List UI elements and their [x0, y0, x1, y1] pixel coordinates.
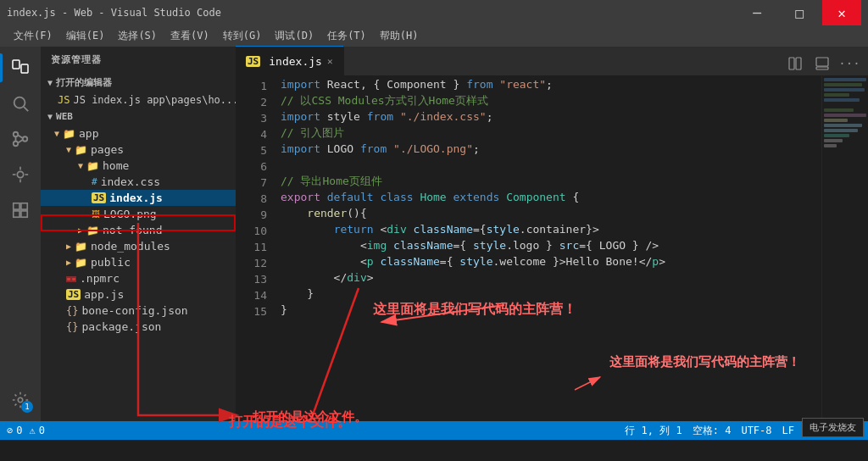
editor-area: JS index.js ✕ ··· 12345 678910 — [236, 47, 868, 421]
titlebar: index.js - Web - Visual Studio Code ─ □ … — [0, 0, 868, 25]
status-bar: ⊘ 0 ⚠ 0 行 1, 列 1 空格: 4 UTF-8 LF 电子发烧友 — [0, 421, 868, 440]
minimize-button[interactable]: ─ — [737, 0, 776, 25]
activity-extensions[interactable] — [6, 196, 35, 225]
tree-item-app[interactable]: ▼ 📁 app — [41, 125, 236, 142]
tree-item-index-js[interactable]: JS index.js — [41, 190, 236, 206]
line-ending[interactable]: LF — [782, 425, 794, 436]
activity-explorer[interactable] — [6, 53, 35, 82]
menu-edit[interactable]: 编辑(E) — [59, 27, 112, 45]
status-right: 行 1, 列 1 空格: 4 UTF-8 LF 电子发烧友 — [625, 424, 861, 438]
titlebar-left: index.js - Web - Visual Studio Code — [7, 7, 221, 19]
js-file-icon: JS — [58, 94, 70, 106]
maximize-button[interactable]: □ — [780, 0, 819, 25]
sidebar-title: 资源管理器 — [41, 47, 236, 73]
code-line-15: } — [281, 302, 821, 318]
tree-item-packagejson[interactable]: {} package.json — [41, 319, 236, 335]
status-left: ⊘ 0 ⚠ 0 — [7, 425, 45, 436]
split-editor-button[interactable] — [783, 52, 807, 75]
svg-rect-34 — [824, 134, 849, 137]
activity-search[interactable] — [6, 89, 35, 118]
svg-rect-25 — [824, 83, 862, 86]
toggle-panel-button[interactable] — [810, 52, 834, 75]
folder-arrow-nodemodules: ▶ — [66, 242, 71, 251]
svg-rect-18 — [21, 211, 27, 217]
open-editors-header[interactable]: ▼ 打开的编辑器 — [41, 73, 236, 92]
json-icon-package: {} — [66, 321, 78, 333]
minimap — [821, 76, 868, 421]
cursor-position[interactable]: 行 1, 列 1 — [625, 424, 682, 438]
window-controls: ─ □ ✕ — [737, 0, 861, 25]
folder-icon-notfound: 📁 — [86, 225, 99, 236]
menu-view[interactable]: 查看(V) — [164, 27, 216, 45]
code-line-7: // 导出Home页组件 — [281, 173, 821, 189]
svg-point-4 — [14, 132, 19, 137]
code-line-14: } — [281, 286, 821, 302]
menu-help[interactable]: 帮助(H) — [373, 27, 426, 45]
js-icon-indexjs: JS — [92, 192, 106, 203]
tab-close-button[interactable]: ✕ — [327, 56, 333, 67]
svg-rect-22 — [816, 58, 828, 66]
svg-rect-35 — [824, 139, 843, 142]
tree-item-boneconfig[interactable]: {} bone-config.json — [41, 303, 236, 319]
tree-item-index-css[interactable]: # index.css — [41, 174, 236, 190]
tree-item-pages[interactable]: ▼ 📁 pages — [41, 142, 236, 158]
close-button[interactable]: ✕ — [822, 0, 861, 25]
svg-rect-16 — [21, 203, 27, 209]
activity-bar: 1 — [0, 47, 41, 421]
code-editor[interactable]: import React, { Component } from "react"… — [274, 76, 821, 421]
code-line-1: import React, { Component } from "react"… — [281, 76, 821, 92]
svg-rect-20 — [789, 58, 794, 69]
open-editor-file[interactable]: JS JS index.js app\pages\ho... — [41, 92, 236, 108]
tree-item-public[interactable]: ▶ 📁 public — [41, 254, 236, 270]
indentation[interactable]: 空格: 4 — [693, 424, 732, 438]
activity-settings[interactable]: 1 — [6, 386, 35, 414]
activity-scm[interactable] — [6, 125, 35, 153]
svg-rect-29 — [824, 108, 854, 112]
svg-rect-28 — [824, 98, 860, 102]
code-line-5: import LOGO from "./LOGO.png"; — [281, 141, 821, 157]
tree-item-logo[interactable]: 🖼 LOGO.png — [41, 206, 236, 222]
folder-icon-public: 📁 — [75, 257, 87, 269]
svg-rect-27 — [824, 93, 849, 97]
folder-arrow-public: ▶ — [66, 258, 71, 267]
npm-file-icon: ▣▣ — [66, 274, 76, 283]
menu-goto[interactable]: 转到(G) — [216, 27, 269, 45]
code-line-4: // 引入图片 — [281, 125, 821, 141]
menu-file[interactable]: 文件(F) — [7, 27, 59, 45]
svg-rect-0 — [13, 60, 19, 69]
menu-debug[interactable]: 调试(D) — [268, 27, 320, 45]
tab-indexjs[interactable]: JS index.js ✕ — [236, 46, 344, 75]
tree-item-home[interactable]: ▼ 📁 home — [41, 158, 236, 174]
tree-item-appjs[interactable]: JS app.js — [41, 286, 236, 303]
tree-item-npmrc[interactable]: ▣▣ .npmrc — [41, 270, 236, 286]
status-errors[interactable]: ⊘ 0 ⚠ 0 — [7, 425, 45, 436]
svg-point-6 — [23, 136, 28, 142]
more-actions-button[interactable]: ··· — [837, 52, 861, 75]
language-mode[interactable]: 电子发烧友 — [804, 425, 861, 437]
tree-item-not-found[interactable]: ▶ 📁 not-found — [41, 222, 236, 238]
tab-js-icon: JS — [246, 56, 260, 67]
line-numbers: 12345 678910 1112131415 — [236, 76, 274, 421]
svg-rect-30 — [824, 114, 866, 117]
svg-rect-23 — [816, 67, 828, 69]
web-chevron: ▼ — [47, 112, 53, 121]
editor-content[interactable]: 12345 678910 1112131415 import React, { … — [236, 76, 868, 421]
json-icon-boneconfig: {} — [66, 305, 78, 317]
settings-badge: 1 — [21, 401, 33, 413]
code-line-2: // 以CSS Modules方式引入Home页样式 — [281, 92, 821, 108]
folder-icon-home: 📁 — [86, 160, 99, 172]
svg-rect-33 — [824, 129, 858, 132]
folder-arrow-notfound: ▶ — [78, 225, 83, 235]
code-line-9: render(){ — [281, 205, 821, 221]
encoding[interactable]: UTF-8 — [741, 425, 771, 436]
folder-icon-nodemodules: 📁 — [75, 241, 87, 253]
svg-point-19 — [18, 397, 23, 403]
js-icon-appjs: JS — [66, 289, 81, 300]
tree-item-node-modules[interactable]: ▶ 📁 node_modules — [41, 238, 236, 254]
svg-point-5 — [14, 142, 19, 147]
web-project-header[interactable]: ▼ WEB — [41, 108, 236, 125]
menu-task[interactable]: 任务(T) — [320, 27, 373, 45]
code-line-8: export default class Home extends Compon… — [281, 189, 821, 205]
menu-select[interactable]: 选择(S) — [111, 27, 164, 45]
activity-debug[interactable] — [6, 160, 35, 189]
